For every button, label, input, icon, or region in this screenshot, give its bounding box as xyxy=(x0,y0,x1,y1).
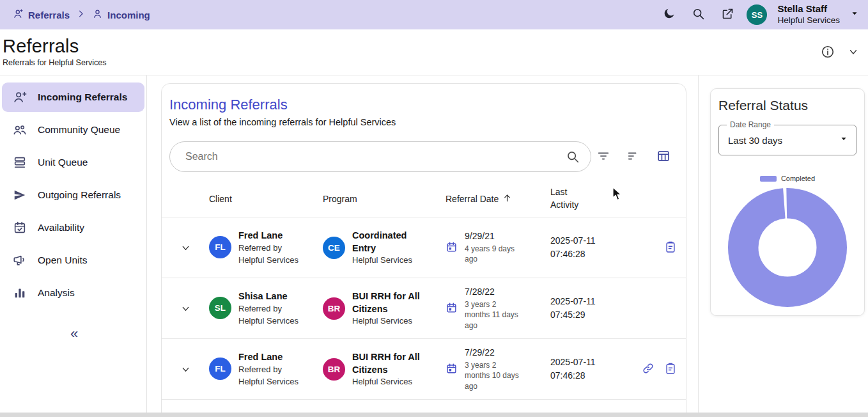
client-cell[interactable]: FL Fred Lane Referred by Helpful Service… xyxy=(209,229,323,267)
row-expand-chevron-icon[interactable] xyxy=(162,242,209,253)
sidebar-item-open-units[interactable]: Open Units xyxy=(2,246,144,275)
referral-date-cell: 7/28/22 3 years 2 months 11 days ago xyxy=(446,286,550,330)
header-chevron-down-icon[interactable] xyxy=(848,46,859,60)
donut-completed-segment xyxy=(743,203,832,292)
sidebar-item-outgoing-referrals[interactable]: Outgoing Referrals xyxy=(2,180,144,210)
link-button[interactable] xyxy=(642,362,655,377)
user-caret-down-icon[interactable] xyxy=(850,9,859,20)
breadcrumb-referrals-label: Referrals xyxy=(28,10,70,20)
person-add-icon xyxy=(13,90,27,104)
dark-mode-button[interactable] xyxy=(658,4,679,25)
user-menu[interactable]: Stella Staff Helpful Services xyxy=(777,3,840,26)
last-activity: 2025-07-11 07:46:28 xyxy=(550,234,617,261)
page-header: Referrals Referrals for Helpful Services xyxy=(0,29,868,75)
client-referred-by: Referred by Helpful Services xyxy=(238,364,300,388)
client-name: Shisa Lane xyxy=(238,290,300,303)
open-in-new-icon xyxy=(721,7,734,22)
table-columns-icon xyxy=(656,149,670,165)
assessment-button[interactable] xyxy=(664,240,677,255)
sort-icon xyxy=(626,149,640,165)
referrals-person-icon xyxy=(13,8,24,21)
user-avatar[interactable]: SS xyxy=(747,4,767,25)
referral-date: 7/28/22 xyxy=(465,286,522,298)
client-avatar: FL xyxy=(209,358,231,380)
row-expand-chevron-icon[interactable] xyxy=(162,303,209,314)
referral-date-ago: 3 years 2 months 10 days ago xyxy=(465,360,522,391)
breadcrumb: Referrals Incoming xyxy=(13,8,150,21)
search-input[interactable] xyxy=(169,141,591,172)
columns-button[interactable] xyxy=(651,145,676,169)
date-range-select[interactable]: Date Range Last 30 days xyxy=(718,125,856,155)
sidebar-label: Community Queue xyxy=(38,124,120,136)
last-activity: 2025-07-11 07:46:28 xyxy=(550,356,617,382)
referral-date-ago: 4 years 9 days ago xyxy=(465,244,522,264)
col-referral-date[interactable]: Referral Date xyxy=(446,193,550,205)
client-name: Fred Lane xyxy=(238,229,300,242)
program-name: BUI RRH for All Citizens xyxy=(352,350,426,377)
program-org: Helpful Services xyxy=(352,255,426,266)
completed-swatch xyxy=(760,176,777,182)
sidebar-item-community-queue[interactable]: Community Queue xyxy=(2,115,144,145)
chart-legend: Completed xyxy=(718,175,856,182)
people-icon xyxy=(13,123,27,137)
client-avatar: FL xyxy=(209,236,231,258)
breadcrumb-referrals[interactable]: Referrals xyxy=(13,8,70,21)
program-cell[interactable]: CE Coordinated Entry Helpful Services xyxy=(323,229,446,267)
sidebar-label: Analysis xyxy=(38,287,75,299)
breadcrumb-incoming[interactable]: Incoming xyxy=(92,8,150,21)
topbar-actions: SS Stella Staff Helpful Services xyxy=(658,3,859,26)
program-cell[interactable]: BR BUI RRH for All Citizens Helpful Serv… xyxy=(323,290,446,327)
calendar-icon xyxy=(446,241,458,253)
filter-button[interactable] xyxy=(591,145,616,169)
sidebar: Incoming Referrals Community Queue Unit … xyxy=(0,75,147,417)
search-icon xyxy=(692,7,705,22)
client-avatar: SL xyxy=(209,297,231,319)
clipboard-icon xyxy=(664,362,677,377)
open-in-new-button[interactable] xyxy=(717,4,738,25)
table-row: FL Fred Lane Referred by Helpful Service… xyxy=(162,217,686,278)
assessment-button[interactable] xyxy=(664,362,677,377)
sidebar-item-unit-queue[interactable]: Unit Queue xyxy=(2,148,144,177)
sidebar-collapse-button[interactable]: « xyxy=(0,326,147,342)
moon-icon xyxy=(662,7,676,22)
referral-date-cell: 7/29/22 3 years 2 months 10 days ago xyxy=(446,347,550,391)
sort-button[interactable] xyxy=(621,145,646,169)
col-client[interactable]: Client xyxy=(209,194,323,204)
availability-icon xyxy=(13,221,27,235)
row-expand-chevron-icon[interactable] xyxy=(162,364,209,375)
select-caret-down-icon xyxy=(839,134,848,146)
client-cell[interactable]: FL Fred Lane Referred by Helpful Service… xyxy=(209,350,323,388)
info-icon[interactable] xyxy=(821,45,835,61)
incoming-referrals-card: Incoming Referrals View a list of the in… xyxy=(161,83,686,417)
program-name: BUI RRH for All Citizens xyxy=(352,290,426,316)
client-cell[interactable]: SL Shisa Lane Referred by Helpful Servic… xyxy=(209,290,323,327)
sidebar-label: Open Units xyxy=(38,255,88,266)
completed-label: Completed xyxy=(781,175,815,182)
bar-chart-icon xyxy=(13,286,27,300)
card-subtitle: View a list of the incoming referrals fo… xyxy=(169,117,678,127)
sidebar-label: Outgoing Referrals xyxy=(38,189,121,201)
next-row-divider xyxy=(162,399,686,404)
sidebar-item-incoming-referrals[interactable]: Incoming Referrals xyxy=(2,83,144,112)
table-row: FL Fred Lane Referred by Helpful Service… xyxy=(162,338,686,399)
right-panel: Referral Status Date Range Last 30 days … xyxy=(698,75,868,417)
sidebar-label: Availability xyxy=(38,222,84,233)
col-last-activity[interactable]: Last Activity xyxy=(550,186,595,211)
layers-icon xyxy=(13,155,27,169)
program-name: Coordinated Entry xyxy=(352,229,426,255)
breadcrumb-incoming-label: Incoming xyxy=(107,10,150,20)
col-program[interactable]: Program xyxy=(323,194,446,204)
program-avatar: BR xyxy=(323,297,345,320)
sidebar-item-analysis[interactable]: Analysis xyxy=(2,278,144,308)
referral-status-card: Referral Status Date Range Last 30 days … xyxy=(710,88,865,316)
horizontal-scrollbar[interactable] xyxy=(0,413,868,417)
sidebar-item-availability[interactable]: Availability xyxy=(2,213,144,242)
program-org: Helpful Services xyxy=(352,315,426,327)
referral-status-title: Referral Status xyxy=(718,98,856,113)
page-subtitle: Referrals for Helpful Services xyxy=(3,58,856,67)
search-button[interactable] xyxy=(688,4,708,25)
program-cell[interactable]: BR BUI RRH for All Citizens Helpful Serv… xyxy=(323,350,446,388)
client-name: Fred Lane xyxy=(238,350,300,364)
sidebar-label: Unit Queue xyxy=(38,157,88,168)
program-avatar: CE xyxy=(323,237,345,259)
